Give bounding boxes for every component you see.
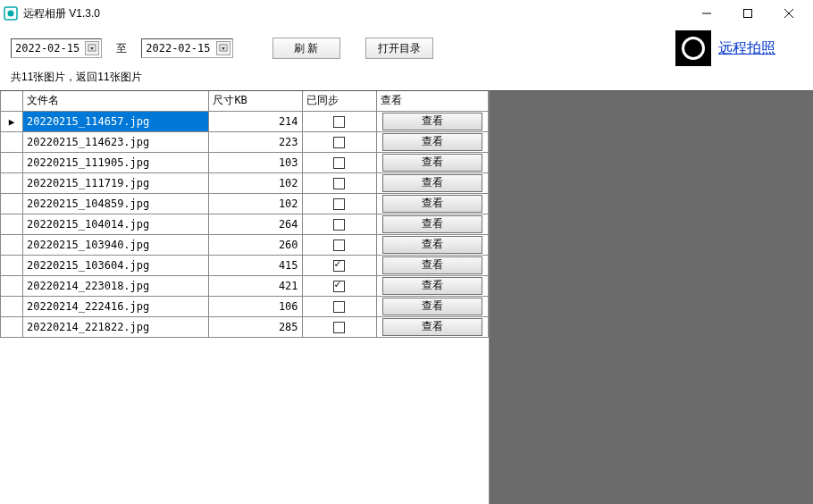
filename-cell[interactable]: 20220215_103940.jpg (23, 234, 209, 255)
synced-checkbox[interactable] (333, 157, 345, 169)
synced-cell[interactable] (302, 152, 376, 172)
table-row[interactable]: 20220215_114623.jpg223查看 (1, 131, 489, 152)
synced-checkbox[interactable] (333, 239, 345, 251)
view-cell: 查看 (376, 172, 488, 193)
to-label: 至 (111, 41, 132, 56)
table-row[interactable]: ▶20220215_114657.jpg214查看 (1, 111, 489, 131)
synced-header[interactable]: 已同步 (302, 91, 376, 111)
synced-checkbox[interactable] (333, 281, 345, 292)
view-button[interactable]: 查看 (382, 298, 482, 315)
filename-cell[interactable]: 20220215_111719.jpg (23, 172, 209, 193)
table-row[interactable]: 20220215_104014.jpg264查看 (1, 214, 489, 234)
size-cell[interactable]: 106 (209, 296, 302, 316)
date-from-input[interactable]: 2022-02-15 (11, 38, 102, 58)
table-row[interactable]: 20220215_103940.jpg260查看 (1, 234, 489, 255)
app-icon (4, 6, 18, 21)
synced-cell[interactable] (302, 275, 376, 296)
view-button[interactable]: 查看 (382, 113, 482, 130)
refresh-button[interactable]: 刷 新 (272, 38, 340, 59)
synced-checkbox[interactable] (333, 137, 345, 148)
filename-cell[interactable]: 20220215_104859.jpg (23, 193, 209, 214)
row-indicator-cell (1, 214, 23, 234)
synced-cell[interactable] (302, 296, 376, 316)
view-button[interactable]: 查看 (382, 215, 482, 233)
maximize-button[interactable] (727, 0, 768, 27)
size-cell[interactable]: 264 (209, 214, 302, 234)
table-row[interactable]: 20220215_103604.jpg415查看 (1, 255, 489, 275)
close-button[interactable] (768, 0, 809, 27)
size-cell[interactable]: 260 (209, 234, 302, 255)
synced-cell[interactable] (302, 172, 376, 193)
row-indicator-cell (1, 131, 23, 152)
synced-cell[interactable] (302, 111, 376, 131)
view-button[interactable]: 查看 (382, 133, 482, 151)
filename-cell[interactable]: 20220214_223018.jpg (23, 275, 209, 296)
calendar-dropdown-icon (88, 44, 96, 53)
filename-cell[interactable]: 20220215_114657.jpg (23, 111, 209, 131)
size-cell[interactable]: 285 (209, 316, 302, 337)
synced-checkbox[interactable] (333, 301, 345, 313)
close-icon (784, 9, 793, 18)
filename-cell[interactable]: 20220214_221822.jpg (23, 316, 209, 337)
synced-checkbox[interactable] (333, 116, 345, 128)
svg-point-1 (8, 11, 14, 17)
synced-cell[interactable] (302, 214, 376, 234)
synced-cell[interactable] (302, 255, 376, 275)
table-row[interactable]: 20220215_111905.jpg103查看 (1, 152, 489, 172)
size-cell[interactable]: 103 (209, 152, 302, 172)
remote-photo-link[interactable]: 远程拍照 (718, 39, 775, 58)
open-directory-button[interactable]: 打开目录 (365, 38, 433, 59)
synced-checkbox[interactable] (333, 260, 345, 272)
size-cell[interactable]: 415 (209, 255, 302, 275)
minimize-button[interactable] (686, 0, 727, 27)
view-button[interactable]: 查看 (382, 256, 482, 274)
date-to-dropdown[interactable] (216, 41, 230, 55)
window-title: 远程相册 V1.3.0 (23, 6, 100, 21)
table-row[interactable]: 20220214_222416.jpg106查看 (1, 296, 489, 316)
date-to-input[interactable]: 2022-02-15 (141, 38, 232, 58)
view-button[interactable]: 查看 (382, 277, 482, 295)
table-row[interactable]: 20220214_221822.jpg285查看 (1, 316, 489, 337)
row-indicator-cell: ▶ (1, 111, 23, 131)
filename-cell[interactable]: 20220214_222416.jpg (23, 296, 209, 316)
table-row[interactable]: 20220215_111719.jpg102查看 (1, 172, 489, 193)
table-row[interactable]: 20220215_104859.jpg102查看 (1, 193, 489, 214)
view-button[interactable]: 查看 (382, 318, 482, 336)
view-cell: 查看 (376, 152, 488, 172)
view-button[interactable]: 查看 (382, 174, 482, 192)
svg-rect-3 (744, 10, 752, 18)
size-cell[interactable]: 102 (209, 172, 302, 193)
maximize-icon (743, 9, 752, 18)
filename-header[interactable]: 文件名 (23, 91, 209, 111)
synced-checkbox[interactable] (333, 322, 345, 333)
row-indicator-cell (1, 193, 23, 214)
view-button[interactable]: 查看 (382, 154, 482, 172)
view-button[interactable]: 查看 (382, 195, 482, 213)
size-cell[interactable]: 102 (209, 193, 302, 214)
synced-checkbox[interactable] (333, 178, 345, 189)
table-row[interactable]: 20220214_223018.jpg421查看 (1, 275, 489, 296)
date-to-value: 2022-02-15 (146, 42, 214, 55)
synced-cell[interactable] (302, 234, 376, 255)
size-header[interactable]: 尺寸KB (209, 91, 302, 111)
view-cell: 查看 (376, 214, 488, 234)
filename-cell[interactable]: 20220215_104014.jpg (23, 214, 209, 234)
size-cell[interactable]: 214 (209, 111, 302, 131)
synced-cell[interactable] (302, 193, 376, 214)
row-indicator-cell (1, 234, 23, 255)
view-button[interactable]: 查看 (382, 236, 482, 254)
size-cell[interactable]: 223 (209, 131, 302, 152)
date-from-dropdown[interactable] (85, 41, 99, 55)
synced-checkbox[interactable] (333, 219, 345, 231)
row-indicator-cell (1, 152, 23, 172)
size-cell[interactable]: 421 (209, 275, 302, 296)
synced-checkbox[interactable] (333, 198, 345, 210)
row-indicator-cell (1, 172, 23, 193)
synced-cell[interactable] (302, 316, 376, 337)
filename-cell[interactable]: 20220215_111905.jpg (23, 152, 209, 172)
toolbar: 2022-02-15 至 2022-02-15 刷 新 打开目录 远程拍照 (0, 27, 813, 68)
synced-cell[interactable] (302, 131, 376, 152)
view-header[interactable]: 查看 (376, 91, 488, 111)
filename-cell[interactable]: 20220215_103604.jpg (23, 255, 209, 275)
filename-cell[interactable]: 20220215_114623.jpg (23, 131, 209, 152)
